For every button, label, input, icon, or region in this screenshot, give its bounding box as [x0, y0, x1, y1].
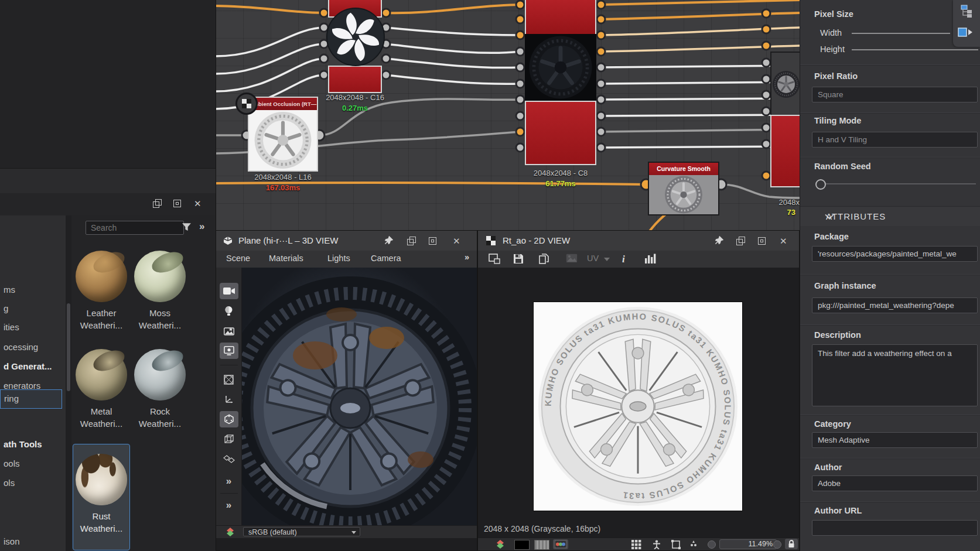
- pin-icon[interactable]: [715, 236, 724, 245]
- sidebar-item[interactable]: ols: [0, 477, 66, 490]
- width-slider[interactable]: [852, 33, 950, 34]
- expose-parameter-icon[interactable]: [958, 27, 973, 37]
- material-tile[interactable]: Metal Weatheri...: [73, 349, 130, 430]
- sidebar-item[interactable]: d Generat...: [0, 360, 66, 373]
- layers-icon[interactable]: [496, 540, 506, 549]
- menu-materials[interactable]: Materials: [269, 254, 303, 263]
- lock-zoom-button[interactable]: [785, 539, 798, 549]
- menu-scene[interactable]: Scene: [226, 254, 250, 263]
- blend-stack-bottom-block[interactable]: [525, 101, 596, 165]
- maximize-icon[interactable]: [757, 237, 766, 245]
- package-field[interactable]: [812, 246, 978, 262]
- restore-icon[interactable]: [407, 237, 416, 245]
- random-seed-knob[interactable]: [815, 179, 826, 190]
- physical-size-icon[interactable]: [220, 411, 238, 427]
- attributes-section-header[interactable]: ATTRIBUTES: [800, 206, 980, 226]
- restore-icon[interactable]: [153, 199, 162, 208]
- search-input[interactable]: [86, 221, 184, 235]
- sidebar-scrollbar[interactable]: [66, 215, 71, 551]
- material-tile[interactable]: Rock Weatheri...: [131, 349, 189, 430]
- menu-camera[interactable]: Camera: [371, 254, 401, 263]
- material-tile[interactable]: Leather Weatheri...: [73, 251, 130, 331]
- copy-icon[interactable]: [539, 254, 551, 264]
- material-sphere: [76, 454, 127, 505]
- display-settings-icon[interactable]: [220, 343, 238, 359]
- view-3d-viewport[interactable]: [242, 268, 477, 538]
- ambient-occlusion-node[interactable]: Ambient Occlusion (RT—: [248, 97, 318, 172]
- colorspace-select[interactable]: sRGB (default): [243, 527, 360, 536]
- wireframe-cube-icon[interactable]: [220, 431, 238, 447]
- camera-icon[interactable]: [220, 283, 238, 299]
- graph-instance-field[interactable]: [812, 297, 978, 313]
- view-2d-header[interactable]: Rt_ao - 2D VIEW ✕: [478, 231, 799, 251]
- overflow-chevron[interactable]: »: [199, 221, 204, 232]
- transform-node[interactable]: [326, 8, 385, 66]
- close-icon[interactable]: ✕: [194, 199, 203, 208]
- fit-view-icon[interactable]: [653, 540, 663, 549]
- maximize-icon[interactable]: [428, 237, 437, 245]
- author-field[interactable]: [812, 475, 978, 491]
- close-icon[interactable]: ✕: [453, 236, 462, 245]
- zoom-in-button[interactable]: [773, 540, 781, 549]
- category-field[interactable]: [812, 432, 978, 448]
- output-node-block[interactable]: [770, 115, 800, 187]
- sidebar-item-selected[interactable]: ring: [0, 389, 62, 409]
- toolbar-overflow-chevron[interactable]: »: [226, 499, 231, 511]
- view-3d-header[interactable]: Plane (hi-r···L – 3D VIEW ✕: [216, 231, 477, 251]
- tiling-mode-select[interactable]: H and V Tiling: [812, 132, 978, 148]
- histogram-icon[interactable]: [644, 254, 656, 264]
- light-icon[interactable]: [220, 303, 238, 319]
- zoom-out-button[interactable]: [708, 540, 716, 549]
- toolbar-overflow-chevron[interactable]: »: [226, 475, 231, 487]
- output-node-thumbnail[interactable]: [770, 52, 800, 117]
- restore-icon[interactable]: [736, 237, 745, 245]
- description-field[interactable]: This filter add a weathering effect on a: [812, 344, 978, 406]
- view-2d-viewport[interactable]: KUMHO SOLUS ta31 KUMHO SOLUS ta31 KUMHO …: [478, 268, 799, 538]
- save-icon[interactable]: [513, 254, 525, 264]
- sidebar-item[interactable]: ison: [0, 535, 66, 548]
- sidebar-item[interactable]: ocessing: [0, 341, 66, 354]
- channels-rgb-icon[interactable]: [553, 539, 568, 549]
- curvature-smooth-node[interactable]: Curvature Smooth: [648, 162, 719, 215]
- transform-node-output-block[interactable]: [328, 66, 382, 93]
- pixel-ratio-select[interactable]: Square: [812, 87, 978, 102]
- tiling-grid-icon[interactable]: [631, 540, 642, 549]
- background-black-swatch[interactable]: [514, 540, 530, 550]
- transform-widget-icon[interactable]: [671, 540, 682, 549]
- material-tile-selected[interactable]: Rust Weatheri...: [73, 444, 130, 550]
- pin-icon[interactable]: [384, 236, 394, 245]
- material-sphere: [76, 349, 127, 401]
- sidebar-item[interactable]: ath Tools: [0, 438, 66, 451]
- material-tile[interactable]: Moss Weatheri...: [131, 251, 189, 331]
- close-icon[interactable]: ✕: [780, 236, 788, 245]
- pan-mode-icon[interactable]: [689, 540, 699, 549]
- hierarchy-icon[interactable]: [960, 5, 973, 18]
- filter-icon[interactable]: [182, 222, 192, 232]
- environment-icon[interactable]: [220, 323, 238, 339]
- display-options-icon[interactable]: [489, 254, 500, 264]
- sidebar-item[interactable]: ools: [0, 457, 66, 470]
- maximize-icon[interactable]: [173, 199, 182, 208]
- uv-grid-icon[interactable]: [220, 371, 238, 388]
- sidebar-item[interactable]: ities: [0, 321, 66, 334]
- background-gradient-swatch[interactable]: [534, 540, 549, 550]
- sidebar-item[interactable]: g: [0, 302, 66, 315]
- height-slider[interactable]: [852, 49, 978, 50]
- material-name: Metal Weatheri...: [73, 405, 130, 430]
- blend-stack-node[interactable]: [525, 34, 596, 101]
- menu-overflow-chevron[interactable]: »: [465, 252, 469, 262]
- random-seed-slider[interactable]: [826, 183, 976, 184]
- zoom-level-field[interactable]: 11.49%: [719, 539, 777, 549]
- axis-gizmo-icon[interactable]: [220, 391, 238, 408]
- image-mode-icon[interactable]: [566, 254, 578, 264]
- view-badge[interactable]: [235, 93, 258, 115]
- uv-mode-label[interactable]: UV: [587, 254, 599, 263]
- chevron-down-icon[interactable]: [604, 258, 610, 261]
- node-graph-canvas[interactable]: 2048x2048 - C16 0.27ms Ambient Occlusion…: [216, 0, 800, 231]
- author-url-field[interactable]: [812, 520, 978, 536]
- tessellation-icon[interactable]: [220, 451, 238, 467]
- menu-lights[interactable]: Lights: [327, 254, 350, 263]
- info-icon[interactable]: i: [622, 254, 634, 264]
- blend-stack-top-block[interactable]: [525, 0, 596, 35]
- sidebar-item[interactable]: ms: [0, 283, 66, 296]
